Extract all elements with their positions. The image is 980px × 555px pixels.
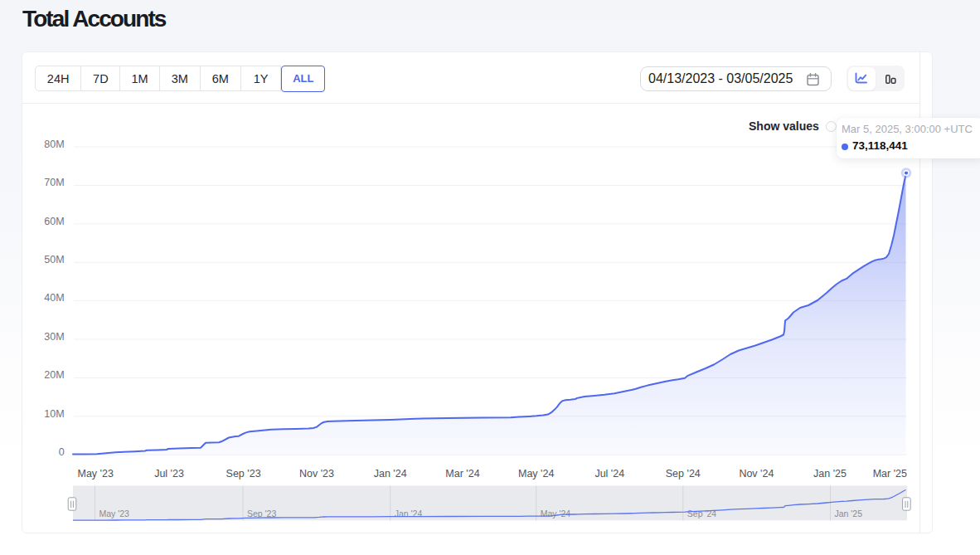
svg-text:50M: 50M [44,254,64,265]
svg-text:Jul '23: Jul '23 [154,468,184,480]
svg-text:10M: 10M [44,408,64,420]
svg-text:70M: 70M [44,177,64,188]
svg-text:May '24: May '24 [518,468,554,480]
svg-text:May '23: May '23 [78,468,114,480]
svg-text:May '23: May '23 [99,509,130,518]
svg-text:Jan '25: Jan '25 [813,468,847,480]
svg-text:Jan '25: Jan '25 [835,509,863,518]
svg-text:Nov '23: Nov '23 [299,468,334,480]
svg-text:0: 0 [59,446,65,458]
svg-text:60M: 60M [44,216,64,227]
svg-text:Mar '24: Mar '24 [445,468,479,480]
svg-text:Sep '24: Sep '24 [666,468,701,480]
svg-text:Sep '23: Sep '23 [247,509,276,518]
svg-text:Nov '24: Nov '24 [739,468,774,480]
svg-text:Sep '23: Sep '23 [226,468,261,480]
svg-text:40M: 40M [44,292,64,304]
svg-text:20M: 20M [44,369,64,381]
svg-text:30M: 30M [44,331,64,343]
svg-text:Sep '24: Sep '24 [687,509,716,518]
svg-text:80M: 80M [44,139,64,150]
svg-text:Mar '25: Mar '25 [873,468,907,480]
svg-text:Jan '24: Jan '24 [374,468,407,480]
svg-text:Jul '24: Jul '24 [594,468,624,480]
